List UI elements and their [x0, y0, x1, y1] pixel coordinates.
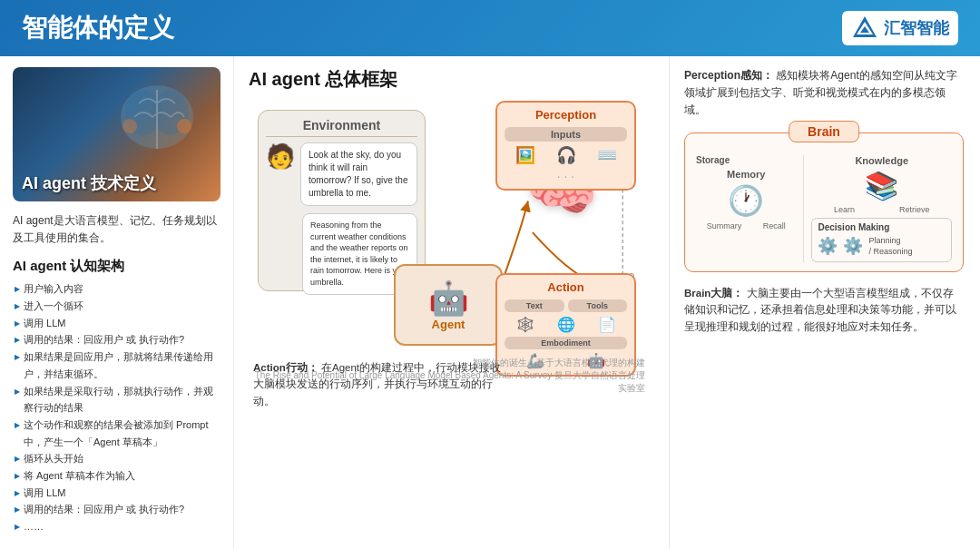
- list-item: 调用 LLM: [13, 485, 220, 502]
- decision-items: ⚙️ ⚙️ Planning / Reasoning: [818, 235, 946, 258]
- svg-point-7: [122, 119, 137, 133]
- brain-decoration: [103, 76, 211, 167]
- logo-icon: [851, 15, 878, 42]
- brain-diagram-title: Brain: [789, 121, 859, 142]
- perception-box: Perception Inputs 🖼️ 🎧 ⌨️ · · ·: [495, 101, 636, 191]
- middle-panel: AI agent 总体框架: [234, 56, 670, 549]
- agent-box: 🤖 Agent: [394, 264, 503, 346]
- knowledge-title: Knowledge: [811, 155, 952, 166]
- summary-label: Summary: [707, 221, 742, 230]
- logo-area: 汇智智能: [842, 11, 958, 45]
- book-icon: 📚: [811, 170, 952, 201]
- agent-image-box: AI agent 技术定义: [13, 67, 220, 201]
- logo-text: 汇智智能: [884, 17, 949, 39]
- robot-icon: 🤖: [428, 279, 469, 318]
- perception-icons: 🖼️ 🎧 ⌨️: [505, 145, 627, 165]
- knowledge-decision-section: Knowledge 📚 Learn Retrieve Decision Maki…: [803, 155, 952, 262]
- brain-diagram: Brain Storage Memory 🕐 Summary Recall: [684, 132, 964, 272]
- action-icons: 🕸️ 🌐 📄: [505, 316, 627, 333]
- knowledge-sub-labels: Learn Retrieve: [811, 205, 952, 214]
- list-item: 调用的结果：回应用户 或 执行动作?: [13, 501, 220, 518]
- cognitive-list: 用户输入内容 进入一个循环 调用 LLM 调用的结果：回应用户 或 执行动作? …: [13, 280, 220, 534]
- page-header: 智能体的定义 汇智智能: [0, 0, 980, 56]
- storage-label: Storage: [696, 155, 796, 165]
- action-types-row: Text Tools: [505, 299, 627, 312]
- perception-description: Perception感知： 感知模块将Agent的感知空间从纯文字领域扩展到包括…: [684, 67, 964, 120]
- agent-desc: AI agent是大语言模型、记忆、任务规划以及工具使用的集合。: [13, 212, 220, 247]
- memory-section: Storage Memory 🕐 Summary Recall: [696, 155, 796, 262]
- brain-description: Brain大脑： 大脑主要由一个大型语言模型组成，不仅存储知识和记忆，还承担着信…: [684, 285, 964, 335]
- knowledge-column: Knowledge 📚: [811, 155, 952, 201]
- planning-reasoning-text: Planning / Reasoning: [868, 235, 912, 258]
- inputs-label: Inputs: [505, 127, 627, 142]
- main-content: AI agent 技术定义 AI agent是大语言模型、记忆、任务规划以及工具…: [0, 56, 980, 549]
- decision-area: Decision Making ⚙️ ⚙️ Planning / Reasoni…: [811, 218, 952, 262]
- list-item: 如果结果是回应用户，那就将结果传递给用户，并结束循环。: [13, 348, 220, 382]
- memory-title: Memory: [696, 169, 796, 180]
- perception-bold: Perception感知：: [684, 69, 773, 82]
- brain-bold: Brain大脑：: [684, 288, 743, 299]
- right-panel: Perception感知： 感知模块将Agent的感知空间从纯文字领域扩展到包括…: [670, 56, 978, 549]
- list-item: 这个动作和观察的结果会被添加到 Prompt 中，产生一个「Agent 草稿本」: [13, 417, 220, 450]
- headphone-icon: 🎧: [556, 145, 576, 165]
- cognitive-title: AI agent 认知架构: [13, 258, 220, 275]
- citation-text: The Rise and Potential of Large Language…: [249, 369, 645, 395]
- list-item: 调用的结果：回应用户 或 执行动作?: [13, 331, 220, 348]
- list-item: 循环从头开始: [13, 450, 220, 467]
- network-icon: 🕸️: [516, 316, 534, 333]
- text-action-label: Text: [505, 299, 564, 312]
- retrieve-label: Retrieve: [899, 205, 930, 214]
- list-item: 如果结果是采取行动，那就执行动作，并观察行动的结果: [13, 383, 220, 417]
- memory-row: Memory 🕐: [696, 169, 796, 218]
- memory-column: Memory 🕐: [696, 169, 796, 218]
- list-item: 用户输入内容: [13, 280, 220, 298]
- svg-point-8: [177, 119, 191, 133]
- source-text: 智能体的诞生：基于大语言模型代理的构建: [249, 357, 645, 369]
- clock-icon: 🕐: [696, 183, 796, 218]
- diagram-title: AI agent 总体框架: [249, 67, 654, 92]
- image-label: AI agent 技术定义: [22, 172, 156, 194]
- environment-label: Environment: [266, 118, 417, 137]
- list-item: ……: [13, 518, 220, 535]
- document-icon: 📄: [598, 316, 616, 333]
- list-item: 进入一个循环: [13, 298, 220, 315]
- bottom-citation: 智能体的诞生：基于大语言模型代理的构建 The Rise and Potenti…: [249, 357, 645, 395]
- recall-label: Recall: [763, 221, 786, 230]
- diagram-area: Generalize / Transfer Environment 🧑 Look…: [249, 101, 654, 409]
- learn-label: Learn: [834, 205, 855, 214]
- embodiment-label: Embodiment: [505, 337, 627, 349]
- gear-icon-2: ⚙️: [843, 236, 863, 256]
- memory-sub-labels: Summary Recall: [696, 221, 796, 230]
- speech-bubble-1: Look at the sky, do you think it will ra…: [300, 142, 417, 206]
- tools-action-label: Tools: [568, 299, 628, 312]
- page-title: 智能体的定义: [22, 11, 174, 45]
- gear-icon-1: ⚙️: [818, 236, 838, 256]
- action-label: Action: [505, 280, 627, 294]
- globe-icon: 🌐: [557, 316, 575, 333]
- agent-label: Agent: [432, 318, 466, 331]
- logo-container: 汇智智能: [842, 11, 958, 45]
- list-item: 调用 LLM: [13, 315, 220, 332]
- left-panel: AI agent 技术定义 AI agent是大语言模型、记忆、任务规划以及工具…: [0, 56, 234, 549]
- keyboard-icon: ⌨️: [597, 145, 617, 165]
- image-icon: 🖼️: [515, 145, 535, 165]
- perception-label: Perception: [505, 108, 627, 122]
- perception-dots: · · ·: [505, 169, 627, 183]
- list-item: 将 Agent 草稿本作为输入: [13, 467, 220, 485]
- knowledge-area: Knowledge 📚: [811, 155, 952, 201]
- decision-title: Decision Making: [818, 222, 946, 232]
- brain-diagram-inner: Storage Memory 🕐 Summary Recall: [696, 155, 952, 262]
